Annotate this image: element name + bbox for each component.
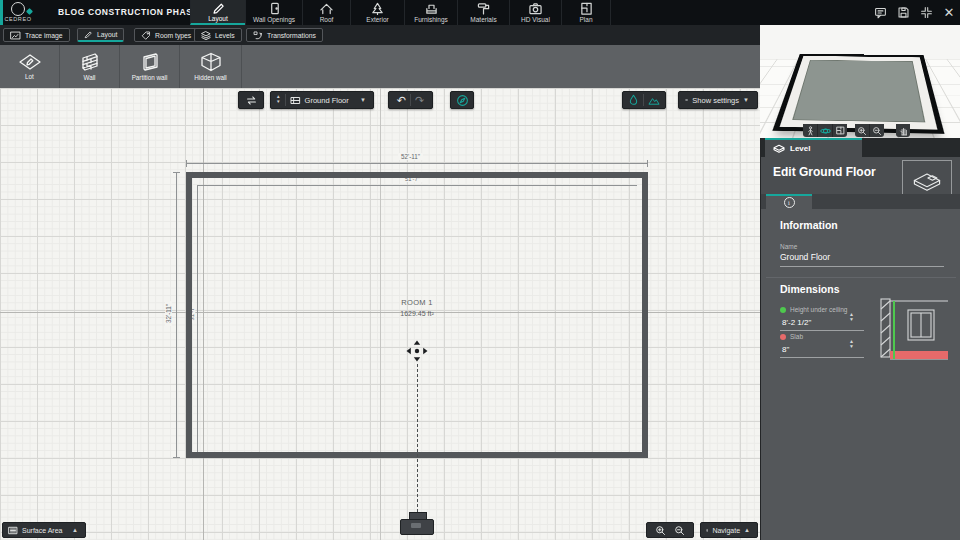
eye-icon (685, 95, 688, 105)
top-bar: CEDREO BLOG CONSTRUCTION PHASES Layout W… (0, 0, 960, 25)
levels-icon (201, 31, 211, 40)
preview-pan-hand-icon[interactable] (896, 124, 910, 137)
zoom-in-icon[interactable] (655, 525, 666, 536)
sofa-icon (424, 2, 439, 15)
door-icon (267, 2, 282, 15)
level-stepper[interactable]: ▲▼ (276, 95, 281, 104)
height-stepper[interactable]: ▲▼ (849, 312, 854, 322)
info-icon: i (784, 197, 795, 208)
project-title: BLOG CONSTRUCTION PHASES (58, 0, 205, 25)
tab-label: Materials (470, 16, 496, 23)
camera-marker[interactable] (400, 512, 434, 538)
tool-hidden-wall[interactable]: Hidden wall (180, 45, 242, 88)
tab-materials[interactable]: Materials (457, 0, 509, 25)
slab-field[interactable]: 8" (782, 345, 789, 354)
show-settings-dropdown[interactable]: Show settings ▼ (678, 91, 758, 109)
wire-cube-icon (200, 52, 222, 72)
room-label: ROOM 1 1629.45 ft² (337, 298, 497, 317)
tool-label: Lot (25, 73, 34, 80)
tab-furnishings[interactable]: Furnishings (404, 0, 457, 25)
close-icon[interactable]: ✕ (942, 6, 956, 20)
main-tab-bar: Layout Wall Openings Roof Exterior Furni… (190, 0, 611, 25)
zoom-out-icon[interactable] (674, 525, 685, 536)
ribbon-levels[interactable]: Levels (194, 28, 242, 42)
level-selector-value: Ground Floor (305, 96, 349, 105)
terrain-icon[interactable] (648, 95, 660, 106)
tab-information[interactable]: i (766, 194, 812, 209)
wall-tools-bar: Lot Wall Partition wall Hidden wall (0, 45, 760, 88)
compass-button[interactable] (450, 91, 474, 109)
dimensions-heading: Dimensions (780, 283, 840, 295)
ribbon-label: Room types (155, 32, 191, 39)
orbit-view-icon[interactable] (818, 124, 833, 137)
slab-highlight (890, 351, 948, 359)
tab-layout[interactable]: Layout (190, 0, 245, 25)
properties-sidebar: Level Edit Ground Floor i Information Na… (760, 138, 960, 540)
undo-redo-group: ↶ ↷ (388, 91, 433, 109)
dimension-line-left-outer (176, 172, 177, 458)
show-settings-label: Show settings (692, 96, 739, 105)
navigate-dropdown[interactable]: Navigate ▲ (700, 522, 758, 538)
slab-label: Slab (790, 333, 803, 340)
ribbon-label: Layout (97, 31, 117, 38)
level-selector-dropdown[interactable]: ▲▼ Ground Floor ▼ (270, 91, 374, 109)
name-field[interactable]: Ground Floor (780, 252, 830, 262)
collapse-icon[interactable] (919, 6, 933, 20)
hand-icon (706, 525, 708, 535)
undo-button[interactable]: ↶ (397, 95, 406, 106)
tab-roof[interactable]: Roof (302, 0, 350, 25)
surface-area-dropdown[interactable]: Surface Area ▲ (2, 522, 86, 538)
switch-view-button[interactable] (238, 91, 264, 109)
preview-zoom-in-icon[interactable] (855, 124, 870, 137)
tab-label: Wall Openings (253, 16, 295, 23)
floor-plan-canvas[interactable]: 52'-11" 51'-7" 32'-11" 31'-7" ROOM 1 162… (0, 88, 760, 540)
lot-icon (18, 53, 42, 71)
tool-label: Hidden wall (194, 74, 227, 81)
camera-icon (528, 2, 543, 15)
tab-level[interactable]: Level (765, 138, 862, 157)
tab-label: Plan (579, 16, 592, 23)
tab-wall-openings[interactable]: Wall Openings (245, 0, 302, 25)
plans-view-icon[interactable] (833, 124, 847, 137)
tab-label: Roof (320, 16, 334, 23)
preview-zoom-out-icon[interactable] (870, 124, 884, 137)
tool-lot[interactable]: Lot (0, 45, 60, 88)
ribbon-trace-image[interactable]: Trace image (3, 28, 70, 42)
ribbon-room-types[interactable]: Room types (134, 28, 198, 42)
redo-button[interactable]: ↷ (415, 95, 424, 106)
panel-title: Edit Ground Floor (773, 165, 876, 179)
chevron-down-icon: ▼ (743, 97, 749, 103)
tab-label: Exterior (366, 16, 388, 23)
name-label: Name (780, 243, 797, 250)
tab-exterior[interactable]: Exterior (350, 0, 404, 25)
chevron-down-icon: ▼ (360, 97, 366, 103)
window-controls: ✕ (873, 0, 956, 25)
sidebar-tab-row: Level (761, 138, 960, 157)
tool-partition-wall[interactable]: Partition wall (120, 45, 180, 88)
tool-wall[interactable]: Wall (60, 45, 120, 88)
camera-sight-line (417, 364, 418, 512)
tab-hd-visual[interactable]: HD Visual (509, 0, 561, 25)
partition-panel-icon (139, 52, 161, 72)
transform-icon (253, 31, 263, 40)
ribbon-layout[interactable]: Layout (77, 28, 124, 42)
preview-3d-viewport[interactable] (760, 25, 960, 138)
tab-plan[interactable]: Plan (561, 0, 611, 25)
feedback-icon[interactable] (873, 6, 887, 20)
dimension-label-outer-height: 32'-11" (165, 301, 172, 326)
cedreo-logo-icon[interactable] (11, 2, 25, 16)
height-under-ceiling-field[interactable]: 8'-2 1/2" (782, 318, 811, 327)
paint-drop-icon[interactable] (628, 94, 639, 106)
ribbon-label: Levels (215, 32, 235, 39)
dimension-label-outer-width: 52'-11" (398, 153, 423, 160)
room-name: ROOM 1 (337, 298, 497, 307)
save-icon[interactable] (896, 6, 910, 20)
compass-icon (456, 94, 469, 107)
slab-stepper[interactable]: ▲▼ (849, 339, 854, 349)
walkthrough-icon[interactable] (803, 124, 818, 137)
information-heading: Information (780, 219, 838, 231)
move-cursor-icon[interactable] (406, 340, 428, 362)
ribbon-transformations[interactable]: Transformations (246, 28, 323, 42)
ribbon-label: Transformations (267, 32, 316, 39)
brick-wall-icon (79, 52, 101, 72)
